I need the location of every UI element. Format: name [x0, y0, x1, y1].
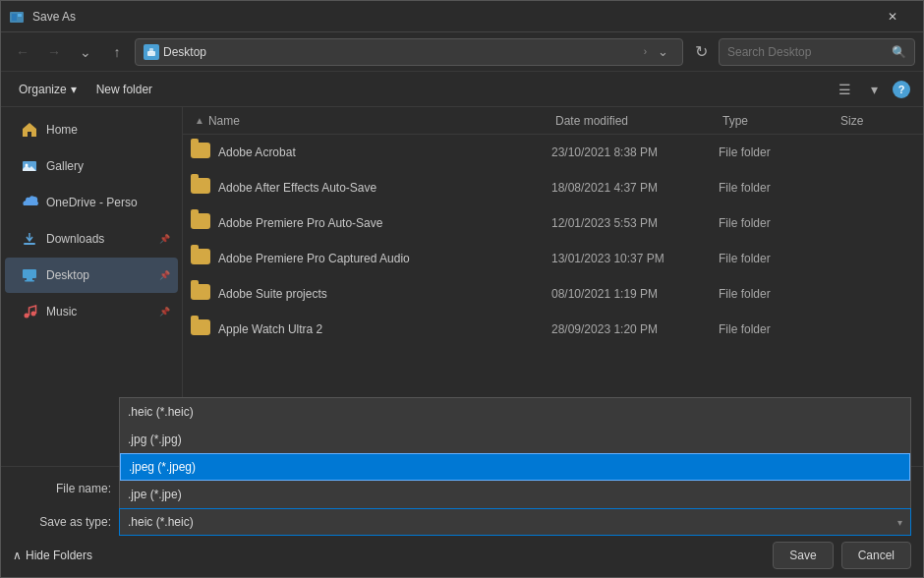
- save-button[interactable]: Save: [773, 542, 833, 569]
- file-date-cell: 23/10/2021 8:38 PM: [551, 145, 719, 159]
- file-date-cell: 28/09/2023 1:20 PM: [551, 322, 719, 336]
- search-box[interactable]: 🔍: [719, 38, 915, 66]
- type-select-container: .heic (*.heic) ▾ .heic (*.heic).jpg (*.j…: [119, 508, 911, 536]
- downloads-icon: [21, 230, 38, 248]
- sidebar-item-gallery[interactable]: Gallery: [5, 148, 178, 184]
- pin-icon-downloads: 📌: [159, 234, 170, 244]
- music-icon: [21, 303, 38, 320]
- bottom-form: File name: Save as type: .heic (*.heic) …: [1, 466, 923, 577]
- column-header-size[interactable]: Size: [837, 107, 915, 134]
- file-date-cell: 12/01/2023 5:53 PM: [551, 216, 719, 230]
- sidebar-item-downloads[interactable]: Downloads 📌: [5, 221, 178, 257]
- file-name-cell: Adobe Premiere Pro Captured Audio: [218, 252, 551, 265]
- address-dropdown-button[interactable]: ⌄: [651, 38, 674, 66]
- sidebar-label-music: Music: [46, 305, 151, 318]
- table-row[interactable]: Adobe Suite projects 08/10/2021 1:19 PM …: [183, 276, 923, 312]
- sidebar-label-onedrive: OneDrive - Perso: [46, 196, 170, 209]
- type-select-bar[interactable]: .heic (*.heic) ▾: [119, 508, 911, 536]
- view-options-button[interactable]: ☰: [831, 76, 858, 103]
- type-select-value: .heic (*.heic): [128, 515, 194, 529]
- new-folder-button[interactable]: New folder: [87, 76, 162, 103]
- save-type-label: Save as type:: [13, 515, 111, 529]
- svg-rect-9: [23, 269, 36, 278]
- address-text: Desktop: [163, 45, 640, 59]
- gallery-icon: [21, 157, 38, 175]
- address-chevron-icon: ›: [644, 46, 647, 57]
- type-dropdown: .heic (*.heic).jpg (*.jpg).jpeg (*.jpeg)…: [119, 397, 911, 508]
- refresh-button[interactable]: ↻: [687, 38, 715, 66]
- file-type-cell: File folder: [719, 287, 837, 301]
- file-type-cell: File folder: [719, 322, 837, 336]
- back-button[interactable]: ←: [9, 38, 36, 66]
- type-option-2[interactable]: .jpeg (*.jpeg): [120, 453, 910, 481]
- file-name-label: File name:: [13, 482, 111, 495]
- file-date-cell: 08/10/2021 1:19 PM: [551, 287, 719, 301]
- cancel-button[interactable]: Cancel: [841, 542, 911, 569]
- file-type-cell: File folder: [719, 181, 837, 195]
- table-row[interactable]: Adobe Acrobat 23/10/2021 8:38 PM File fo…: [183, 135, 923, 170]
- svg-rect-10: [27, 278, 32, 280]
- search-icon: 🔍: [892, 45, 906, 59]
- save-as-dialog: Save As ✕ ← → ⌄ ↑ Desktop › ⌄ ↻ 🔍: [0, 0, 924, 578]
- file-date-cell: 18/08/2021 4:37 PM: [551, 181, 719, 195]
- svg-rect-8: [24, 243, 35, 245]
- folder-icon: [191, 284, 210, 304]
- sort-arrow-icon: ▲: [195, 115, 204, 126]
- table-row[interactable]: Adobe Premiere Pro Captured Audio 13/01/…: [183, 241, 923, 276]
- hide-folders-button[interactable]: ∧ Hide Folders: [13, 549, 92, 562]
- file-type-cell: File folder: [719, 145, 837, 159]
- sidebar-item-music[interactable]: Music 📌: [5, 294, 178, 329]
- type-option-0[interactable]: .heic (*.heic): [120, 398, 910, 426]
- view-buttons: ☰ ▾: [831, 76, 888, 103]
- title-bar-text: Save As: [32, 10, 870, 24]
- search-input[interactable]: [727, 45, 888, 59]
- pin-icon-music: 📌: [159, 307, 170, 317]
- svg-rect-11: [25, 280, 34, 282]
- table-row[interactable]: Adobe Premiere Pro Auto-Save 12/01/2023 …: [183, 205, 923, 241]
- forward-button[interactable]: →: [40, 38, 68, 66]
- file-type-cell: File folder: [719, 216, 837, 230]
- svg-rect-5: [149, 48, 153, 52]
- column-header-type[interactable]: Type: [719, 107, 837, 134]
- table-row[interactable]: Apple Watch Ultra 2 28/09/2023 1:20 PM F…: [183, 312, 923, 347]
- title-bar-icon: [9, 9, 25, 25]
- sidebar-label-downloads: Downloads: [46, 232, 151, 246]
- up-button[interactable]: ↑: [103, 38, 131, 66]
- column-header-date[interactable]: Date modified: [551, 107, 719, 134]
- desktop-icon: [21, 266, 38, 284]
- type-option-1[interactable]: .jpg (*.jpg): [120, 426, 910, 453]
- file-name-cell: Adobe Acrobat: [218, 145, 551, 159]
- sidebar-item-home[interactable]: Home: [5, 112, 178, 147]
- title-bar: Save As ✕: [1, 1, 923, 32]
- folder-icon: [191, 178, 210, 198]
- folder-icon: [191, 319, 210, 339]
- sidebar-label-home: Home: [46, 123, 170, 137]
- sidebar-item-desktop[interactable]: Desktop 📌: [5, 258, 178, 293]
- command-bar: Organize ▾ New folder ☰ ▾ ?: [1, 72, 923, 107]
- file-type-cell: File folder: [719, 252, 837, 265]
- file-name-cell: Adobe After Effects Auto-Save: [218, 181, 551, 195]
- help-button[interactable]: ?: [888, 76, 915, 103]
- form-footer-row: ∧ Hide Folders Save Cancel: [13, 542, 911, 569]
- sidebar-label-desktop: Desktop: [46, 268, 151, 282]
- file-name-cell: Adobe Suite projects: [218, 287, 551, 301]
- home-icon: [21, 121, 38, 139]
- folder-icon: [191, 143, 210, 162]
- table-row[interactable]: Adobe After Effects Auto-Save 18/08/2021…: [183, 170, 923, 205]
- pin-icon-desktop: 📌: [159, 270, 170, 280]
- file-name-cell: Apple Watch Ultra 2: [218, 322, 551, 336]
- svg-rect-1: [12, 14, 17, 21]
- type-select-arrow-icon: ▾: [897, 517, 902, 528]
- column-header-name[interactable]: ▲ Name: [191, 107, 551, 134]
- navigation-toolbar: ← → ⌄ ↑ Desktop › ⌄ ↻ 🔍: [1, 32, 923, 72]
- history-dropdown-button[interactable]: ⌄: [72, 38, 99, 66]
- onedrive-icon: [21, 194, 38, 211]
- close-button[interactable]: ✕: [870, 1, 915, 32]
- organize-button[interactable]: Organize ▾: [9, 76, 87, 103]
- file-date-cell: 13/01/2023 10:37 PM: [551, 252, 719, 265]
- view-dropdown-button[interactable]: ▾: [860, 76, 888, 103]
- type-option-3[interactable]: .jpe (*.jpe): [120, 481, 910, 508]
- sidebar-item-onedrive[interactable]: OneDrive - Perso: [5, 185, 178, 220]
- address-bar[interactable]: Desktop › ⌄: [135, 38, 683, 66]
- folder-icon: [191, 249, 210, 268]
